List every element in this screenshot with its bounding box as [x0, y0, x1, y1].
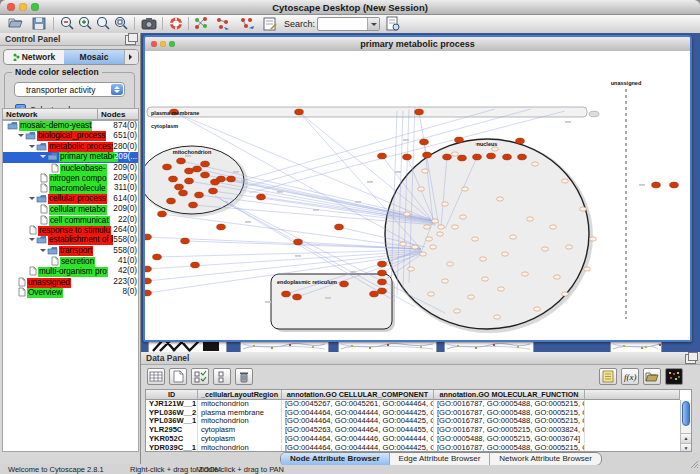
table-cell[interactable]: cytoplasm — [198, 435, 282, 444]
table-cell[interactable]: YPL036W__1 — [146, 417, 198, 426]
network-node[interactable] — [550, 225, 557, 229]
network-node[interactable] — [502, 252, 509, 256]
table-cell[interactable]: YPL036W__2 — [146, 409, 198, 418]
snapshot-button[interactable] — [140, 15, 158, 32]
network-node-selected[interactable] — [179, 190, 188, 196]
network-node[interactable] — [412, 245, 419, 249]
network-node-selected[interactable] — [403, 154, 412, 160]
network-node-selected[interactable] — [175, 184, 184, 190]
tab-network[interactable]: Network — [4, 50, 64, 64]
network-node[interactable] — [584, 267, 591, 271]
network-node[interactable] — [442, 279, 449, 283]
network-node-selected[interactable] — [163, 164, 172, 170]
help-button[interactable] — [167, 15, 185, 32]
network-node-selected[interactable] — [378, 153, 387, 159]
network-node-selected[interactable] — [145, 278, 151, 284]
network-node[interactable] — [452, 225, 459, 229]
network-node[interactable] — [422, 169, 429, 173]
network-node-selected[interactable] — [378, 261, 387, 267]
table-cell[interactable]: YDR039C__1 — [146, 444, 198, 453]
network-node-selected[interactable] — [217, 224, 226, 230]
network-node-selected[interactable] — [294, 239, 303, 245]
float-panel-icon[interactable] — [685, 354, 696, 364]
network-node[interactable] — [497, 197, 504, 201]
background-window-fragment[interactable] — [338, 341, 437, 352]
network-node[interactable] — [400, 242, 407, 246]
zoom-out-button[interactable] — [58, 15, 76, 32]
network-node-selected[interactable] — [209, 188, 218, 194]
table-cell[interactable]: [GO:0016787, GO:0005488, GO:0005215, G..… — [434, 417, 585, 426]
network-node-selected[interactable] — [217, 176, 226, 182]
network-node-selected[interactable] — [503, 154, 512, 160]
layout-network-button[interactable] — [192, 15, 210, 32]
table-cell[interactable]: [GO:0044464, GO:0044444, GO:0044425, G..… — [282, 409, 434, 418]
network-node-selected[interactable] — [473, 154, 482, 160]
table-column-header[interactable]: _cellularLayoutRegion — [198, 390, 282, 400]
network-node[interactable] — [452, 152, 459, 156]
table-cell[interactable]: YLR295C — [146, 426, 198, 435]
network-node-selected[interactable] — [181, 238, 190, 244]
network-node[interactable] — [498, 287, 505, 291]
network-node-selected[interactable] — [455, 137, 464, 143]
network-node-selected[interactable] — [420, 139, 429, 145]
table-cell[interactable]: [GO:0045263, GO:0044464, GO:0044455, G..… — [282, 426, 434, 435]
network-node-selected[interactable] — [191, 262, 200, 268]
tree-row[interactable]: cellular metabo209(0) — [3, 204, 138, 214]
float-panel-icon[interactable] — [125, 35, 136, 45]
table-cell[interactable]: [GO:0016787, GO:0005488, GO:0005215, G..… — [434, 444, 585, 453]
network-node[interactable] — [460, 215, 467, 219]
tree-row[interactable]: cell communicat22(0) — [3, 215, 138, 225]
table-cell[interactable]: YKR052C — [146, 435, 198, 444]
network-node-selected[interactable] — [295, 109, 304, 115]
network-node[interactable] — [527, 217, 534, 221]
create-network-view-button[interactable] — [214, 15, 232, 32]
network-node-selected[interactable] — [282, 291, 291, 297]
table-column-header[interactable]: annotation.GO MOLECULAR_FUNCTION — [434, 390, 585, 400]
matrix-view-button[interactable] — [665, 368, 683, 385]
table-cell[interactable]: mitochondrion — [198, 444, 282, 453]
network-node-selected[interactable] — [158, 211, 167, 217]
tree-row[interactable]: secretion41(0) — [3, 256, 138, 266]
network-node[interactable] — [437, 232, 444, 236]
table-cell[interactable]: mitochondrion — [198, 400, 282, 409]
network-node[interactable] — [420, 252, 427, 256]
table-cell[interactable]: [GO:0044464, GO:0044446, GO:0044444, G..… — [282, 435, 434, 444]
search-dropdown-button[interactable] — [367, 18, 379, 30]
network-node[interactable] — [426, 237, 433, 241]
tree-row[interactable]: transport558(0) — [3, 246, 138, 256]
network-node[interactable] — [494, 315, 501, 319]
node-color-dropdown[interactable]: transporter activity — [14, 82, 125, 97]
network-node[interactable] — [418, 187, 425, 191]
table-cell[interactable]: [GO:0044464, GO:0044444, GO:0044425, G..… — [282, 417, 434, 426]
destroy-network-view-button[interactable] — [238, 15, 256, 32]
network-node[interactable] — [534, 307, 541, 311]
network-node-selected[interactable] — [652, 182, 661, 188]
network-node-selected[interactable] — [185, 168, 194, 174]
network-node[interactable] — [454, 309, 461, 313]
network-node-selected[interactable] — [227, 176, 236, 182]
annotation-button[interactable] — [261, 15, 279, 32]
network-node-selected[interactable] — [378, 288, 387, 294]
network-canvas[interactable]: plasma membranecytoplasmmitochondrionnuc… — [145, 51, 690, 340]
network-node[interactable] — [566, 245, 573, 249]
network-node[interactable] — [462, 187, 469, 191]
network-node-selected[interactable] — [487, 153, 496, 159]
unselect-attributes-button[interactable] — [213, 368, 231, 385]
network-node-selected[interactable] — [378, 279, 387, 285]
tree-row[interactable]: cellular process614(0) — [3, 194, 138, 204]
zoom-selected-button[interactable] — [94, 15, 112, 32]
network-node[interactable] — [492, 147, 499, 151]
network-node-selected[interactable] — [167, 198, 176, 204]
network-node-selected[interactable] — [518, 154, 527, 160]
network-node-selected[interactable] — [185, 178, 194, 184]
tree-row[interactable]: unassigned223(0) — [3, 277, 138, 287]
network-node[interactable] — [408, 267, 415, 271]
network-node-selected[interactable] — [335, 224, 344, 230]
network-node-selected[interactable] — [145, 290, 151, 296]
tree-row[interactable]: metabolic process280(0) — [3, 142, 138, 152]
import-attributes-button[interactable] — [643, 368, 661, 385]
network-node-gray[interactable] — [589, 111, 599, 117]
network-node-selected[interactable] — [257, 194, 266, 200]
network-node-selected[interactable] — [193, 166, 202, 172]
nucleus-compartment[interactable] — [385, 139, 589, 329]
